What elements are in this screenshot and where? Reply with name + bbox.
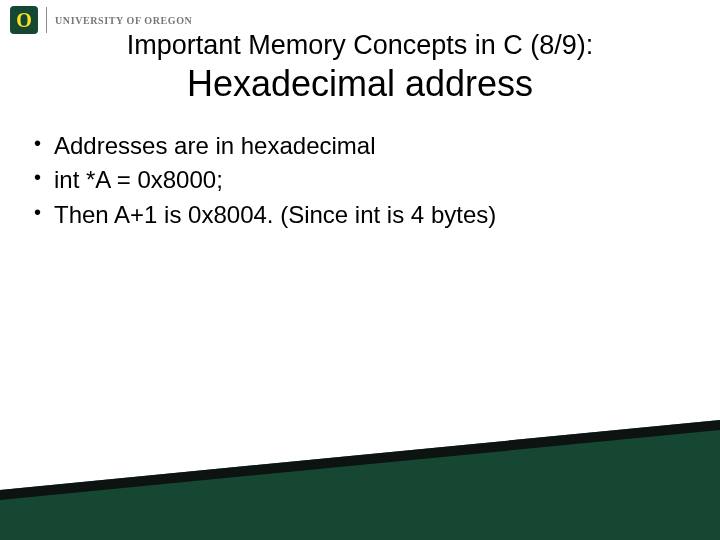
list-item: int *A = 0x8000;	[30, 164, 690, 196]
list-item: Addresses are in hexadecimal	[30, 130, 690, 162]
body-content: Addresses are in hexadecimal int *A = 0x…	[30, 130, 690, 233]
bullet-list: Addresses are in hexadecimal int *A = 0x…	[30, 130, 690, 231]
title-block: Important Memory Concepts in C (8/9): He…	[0, 30, 720, 105]
svg-marker-0	[0, 420, 720, 540]
list-item: Then A+1 is 0x8004. (Since int is 4 byte…	[30, 199, 690, 231]
university-name: UNIVERSITY OF OREGON	[55, 15, 192, 26]
footer-decoration	[0, 420, 720, 540]
title-line-2: Hexadecimal address	[0, 63, 720, 105]
svg-marker-1	[0, 420, 720, 500]
title-line-1: Important Memory Concepts in C (8/9):	[0, 30, 720, 61]
slide: O UNIVERSITY OF OREGON Important Memory …	[0, 0, 720, 540]
